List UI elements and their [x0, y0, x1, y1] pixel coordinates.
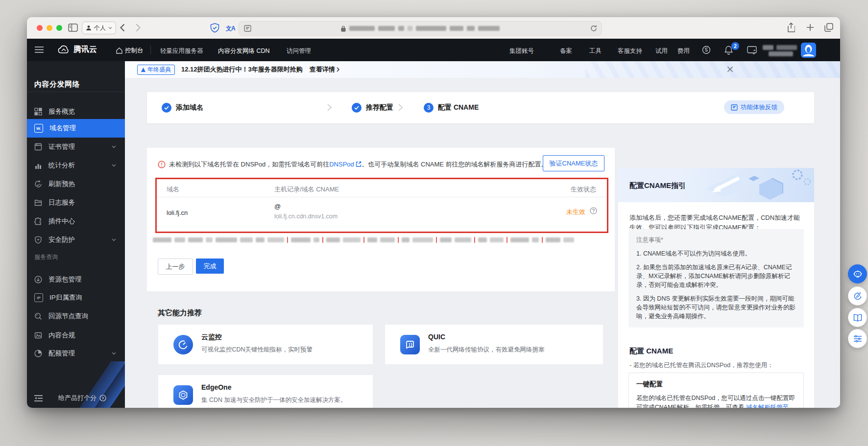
sidebar-item-origin-node-lookup[interactable]: 回源节点查询 [27, 307, 125, 326]
card-quic[interactable]: QUIC 全新一代网络传输协议，有效避免网络拥塞 [385, 324, 603, 365]
sidebar-toggle-icon[interactable] [68, 23, 78, 32]
zoom-window-button[interactable] [56, 25, 62, 31]
customer-service-button[interactable] [848, 264, 867, 283]
status-help-icon[interactable] [590, 207, 597, 214]
console-link[interactable]: 控制台 [116, 47, 144, 55]
redacted-url-segment [408, 26, 412, 31]
cname-cell: loli.fj.cn.cdn.dnsv1.com [274, 213, 338, 220]
step-separator [327, 104, 332, 111]
note-item: 1. CNAME域名不可以作为访问域名使用。 [636, 249, 796, 258]
banner-link[interactable]: 查看详情 [310, 65, 339, 74]
home-icon [116, 47, 122, 54]
feature-feedback-button[interactable]: 功能体验反馈 [724, 100, 784, 114]
sidebar-item-statistics[interactable]: 统计分析 [27, 156, 125, 175]
sidebar-item-purge-prefetch[interactable]: 刷新预热 [27, 175, 125, 193]
redacted-url-segment [478, 26, 500, 31]
reader-view-icon[interactable] [244, 25, 251, 32]
sidebar-item-logs[interactable]: 日志服务 [27, 193, 125, 212]
banner-close-icon[interactable] [727, 66, 733, 72]
sidebar-item-ip-lookup[interactable]: IP IP归属查询 [27, 288, 125, 307]
link-support[interactable]: 客服支持 [618, 47, 642, 55]
close-window-button[interactable] [37, 25, 43, 31]
rate-product-link[interactable]: 给产品打个分 [58, 394, 106, 402]
sidebar-item-domain-management[interactable]: W. 域名管理 [27, 119, 125, 138]
product-sidebar: 内容分发网络 服务概览 W. 域名管理 证书管理 统计分析 [27, 61, 125, 408]
verify-cname-button[interactable]: 验证CNAME状态 [543, 155, 604, 171]
sidebar-item-content-compliance[interactable]: 内容合规 [27, 326, 125, 345]
link-tools[interactable]: 工具 [589, 47, 602, 55]
hamburger-menu-icon[interactable] [35, 47, 44, 53]
sidebar-item-security[interactable]: 安全防护 [27, 231, 125, 249]
step-number: 3 [424, 103, 434, 113]
share-icon[interactable] [787, 23, 795, 32]
console-top-nav: 腾讯云 控制台 轻量应用服务器 内容分发网络 CDN 访问管理 支持通过实例ID… [27, 39, 840, 61]
step-done-icon [352, 103, 362, 113]
link-billing[interactable]: 费用 [677, 47, 690, 55]
redacted-url-segment [349, 26, 375, 31]
external-link-icon[interactable] [356, 161, 362, 167]
card-cloud-monitor[interactable]: 云监控 可视化监控CDN关键性能指标，实时预警 [158, 324, 373, 365]
recommend-title: 其它能力推荐 [158, 308, 202, 318]
divider [27, 92, 125, 92]
redacted-account-text [763, 45, 773, 50]
sidebar-item-plugin-center[interactable]: 插件中心 [27, 212, 125, 231]
sidebar-item-overview[interactable]: 服务概览 [27, 102, 125, 121]
profile-label: 个人 [94, 24, 106, 32]
tencent-cloud-logo[interactable]: 腾讯云 [57, 45, 97, 55]
survey-widget-button[interactable] [848, 329, 867, 348]
sidebar-item-quota-management[interactable]: 配额管理 [27, 344, 125, 363]
tab-overview-icon[interactable] [824, 23, 833, 32]
guide-header-illustration: 配置CNAME指引 [618, 168, 814, 202]
table-row[interactable]: loli.fj.cn @ loli.fj.cn.cdn.dnsv1.com 未生… [157, 197, 607, 229]
wizard-stepper-card: 添加域名 推荐配置 3 配置 CNAME 功能体验反馈 [147, 92, 814, 123]
notifications-bell[interactable]: 2 [724, 46, 733, 55]
link-group-account[interactable]: 集团账号 [509, 47, 534, 55]
console-guide-icon[interactable] [747, 46, 757, 54]
back-button[interactable] [120, 23, 125, 32]
edgeone-icon [173, 385, 193, 405]
nav-item-cdn[interactable]: 内容分发网络 CDN [218, 47, 270, 55]
forward-button[interactable] [136, 23, 141, 32]
dnspod-link[interactable]: DNSPod [329, 161, 354, 168]
minimize-window-button[interactable] [47, 25, 52, 31]
guide-section-title: 配置 CNAME [629, 347, 673, 356]
nav-item-cam[interactable]: 访问管理 [287, 47, 311, 55]
lock-icon [341, 25, 346, 32]
nav-item-lighthouse[interactable]: 轻量应用服务器 [160, 47, 203, 55]
nav-divider [150, 46, 151, 54]
guide-section-sub: - 若您的域名已托管在腾讯云DNSPod，推荐您使用： [629, 361, 806, 370]
finish-button[interactable]: 完成 [196, 258, 224, 274]
reload-icon[interactable] [590, 25, 597, 32]
browser-toolbar: 个人 文A [27, 17, 840, 39]
redacted-account-text [776, 45, 797, 50]
sidebar-item-resource-packages[interactable]: 资源包管理 [27, 270, 125, 289]
address-bar[interactable] [239, 21, 602, 36]
promotions-icon[interactable] [702, 46, 711, 54]
link-trial[interactable]: 试用 [655, 47, 668, 55]
profile-menu[interactable]: 个人 [82, 22, 116, 34]
sidebar-item-certificates[interactable]: 证书管理 [27, 138, 125, 156]
note-item: 3. 因为 DNS 变更解析到实际生效需要一段时间，期间可能会导致网站短暂的不可… [636, 294, 796, 321]
sidebar-title: 内容分发网络 [34, 80, 80, 89]
privacy-shield-icon[interactable] [210, 23, 219, 33]
redacted-text-row [147, 237, 608, 243]
dnspod-alert: 未检测到以下域名托管在 DNSPod，如需托管域名可前往DNSPod 。也可手动… [158, 160, 548, 169]
alert-text: 未检测到以下域名托管在 DNSPod，如需托管域名可前往DNSPod 。也可手动… [169, 160, 548, 169]
festival-icon [141, 68, 145, 72]
new-tab-icon[interactable] [806, 23, 814, 31]
collapse-sidebar-icon[interactable] [34, 395, 43, 401]
docs-widget-button[interactable] [848, 308, 867, 327]
banner-decoration [585, 61, 840, 78]
link-icp[interactable]: 备案 [560, 47, 572, 55]
previous-step-button[interactable]: 上一步 [158, 258, 193, 275]
step-configure-cname: 3 配置 CNAME [424, 103, 479, 113]
page-content: 年终盛典 12.12拼团火热进行中！3年服务器限时抢购 查看详情 添加域名 [125, 61, 840, 408]
event-badge: 年终盛典 [137, 65, 175, 75]
avatar[interactable] [801, 43, 816, 58]
status-badge: 未生效 [566, 208, 585, 216]
cloud-monitor-icon [173, 335, 193, 354]
translate-icon[interactable]: 文A [226, 24, 235, 33]
alert-icon [158, 161, 166, 168]
card-edgeone[interactable]: EdgeOne 集 CDN 加速与安全防护于一体的安全加速解决方案。 [158, 375, 373, 408]
feedback-widget-button[interactable] [848, 286, 867, 305]
